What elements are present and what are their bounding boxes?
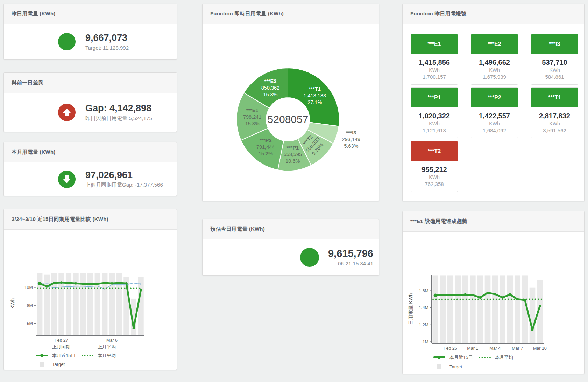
green-status-circle-icon — [300, 248, 319, 267]
legend-label: 上月同期 — [52, 344, 70, 350]
target-bar — [95, 273, 100, 335]
y-tick-label: 6M — [27, 321, 33, 326]
tile-header: ***P2 — [471, 88, 518, 107]
tile-value: 1,415,856 — [419, 58, 450, 67]
yesterday-usage-stat: 9,667,073 Target: 11,128,992 — [4, 24, 177, 59]
status-tile-green: ***P11,020,322KWh1,121,613 — [411, 87, 458, 138]
panel-compare-chart-header[interactable]: 2/24~3/10 近15日同期用電量比較 (KWh) — [4, 209, 177, 230]
legend-item-last-month[interactable]: 上月同期 — [36, 344, 82, 350]
arrow-down-circle-icon — [58, 171, 76, 188]
yesterday-usage-value: 9,667,073 — [85, 33, 129, 43]
data-point-marker — [456, 294, 459, 296]
panel-yesterday-lights-header[interactable]: Function 昨日用電燈號 — [403, 4, 584, 24]
tile-body: 2,817,832KWh3,591,562 — [531, 107, 578, 138]
compare-chart-legend: 上月同期 上月平均 本月近15日 本月平均 — [36, 342, 127, 369]
tile-body: 955,212KWh762,358 — [411, 161, 458, 192]
target-bar — [515, 275, 520, 343]
status-tile-green: ***E11,415,856KWh1,700,157 — [411, 34, 458, 85]
yesterday-lights-body: ***E11,415,856KWh1,700,157***E21,496,662… — [403, 24, 584, 201]
e1-trend-legend: 本月近15日 本月平均 Target — [433, 353, 524, 371]
tile-unit: KWh — [429, 174, 439, 180]
legend-item-this-month-avg[interactable]: 本月平均 — [82, 353, 127, 359]
legend-item-target[interactable]: Target — [36, 362, 82, 367]
tile-body: 1,020,322KWh1,121,613 — [411, 107, 458, 138]
tile-body: 1,422,557KWh1,684,092 — [471, 107, 518, 138]
tile-secondary: 1,684,092 — [483, 127, 506, 133]
panel-yesterday-usage-header[interactable]: 昨日用電量 (KWh) — [4, 4, 177, 24]
legend-item-this-month[interactable]: 本月近15日 — [36, 353, 82, 359]
panel-title: 2/24~3/10 近15日同期用電量比較 (KWh) — [12, 216, 108, 223]
legend-label: 本月近15日 — [52, 353, 75, 359]
panel-realtime-donut-header[interactable]: Function 即時日用電量 (KWh) — [203, 4, 379, 24]
data-point-marker — [434, 294, 437, 297]
tile-secondary: 762,358 — [425, 181, 444, 187]
data-point-marker — [96, 283, 99, 285]
estimate-timestamp: 06-21 15:34:41 — [328, 261, 373, 266]
panel-estimate-today-header[interactable]: 預估今日用電量 (KWh) — [203, 219, 379, 239]
tile-value: 537,710 — [542, 58, 567, 67]
data-point-marker — [442, 294, 444, 296]
data-point-marker — [531, 329, 534, 331]
tile-unit: KWh — [489, 121, 500, 126]
target-bar — [485, 275, 491, 343]
data-point-marker — [82, 283, 84, 285]
tile-body: 1,415,856KWh1,700,157 — [411, 54, 458, 84]
panel-month-usage-header[interactable]: 本月用電量 (KWh) — [4, 142, 177, 162]
realtime-donut-chart: ***T11,413,18327.1%***I3293,1495.63%***T… — [203, 24, 379, 201]
e1-trend-chart-body: 1M1.2M1.4M1.6MFeb 26Mar 1Mar 4Mar 7Mar 1… — [403, 232, 584, 374]
legend-label: 本月近15日 — [449, 354, 473, 361]
panel-e1-trend-chart: ***E1 設備用電達成趨勢 1M1.2M1.4M1.6MFeb 26Mar 1… — [402, 211, 585, 374]
data-point-marker — [501, 296, 504, 299]
x-tick-label: Mar 6 — [106, 338, 118, 343]
legend-item-this-month-avg[interactable]: 本月平均 — [479, 354, 524, 361]
panel-e1-trend-chart-header[interactable]: ***E1 設備用電達成趨勢 — [403, 211, 584, 232]
target-bar — [138, 277, 144, 335]
panel-title: ***E1 設備用電達成趨勢 — [410, 218, 467, 225]
target-bar — [447, 275, 453, 343]
x-tick-label: Mar 7 — [512, 346, 523, 351]
x-tick-label: Feb 26 — [444, 346, 457, 351]
panel-yesterday-lights: Function 昨日用電燈號 ***E11,415,856KWh1,700,1… — [402, 4, 585, 201]
estimate-today-stat: 9,615,796 06-21 15:34:41 — [203, 239, 379, 275]
green-dotted-swatch-icon — [82, 355, 93, 356]
target-bar — [462, 275, 468, 343]
data-point-marker — [118, 282, 120, 284]
panel-day-gap-header[interactable]: 與前一日差異 — [4, 73, 177, 93]
tile-header: ***T1 — [531, 88, 578, 107]
target-bar — [470, 275, 476, 343]
tile-secondary: 3,591,562 — [543, 127, 566, 133]
green-line-swatch-icon — [36, 355, 48, 356]
y-tick-label: 10M — [24, 285, 33, 290]
tile-secondary: 1,700,157 — [423, 74, 446, 80]
tile-header: ***T2 — [411, 141, 458, 161]
tile-unit: KWh — [429, 67, 439, 73]
y-tick-label: 1.6M — [419, 289, 428, 293]
legend-item-target[interactable]: Target — [433, 364, 479, 369]
tile-body: 1,496,662KWh1,675,939 — [471, 54, 518, 84]
tile-header: ***I3 — [531, 34, 578, 54]
data-point-marker — [479, 296, 481, 299]
realtime-donut-body: ***T11,413,18327.1%***I3293,1495.63%***T… — [203, 24, 379, 201]
tile-unit: KWh — [489, 67, 500, 73]
target-bar — [87, 273, 93, 335]
data-point-marker — [449, 294, 452, 296]
month-usage-subtitle: 上個月同期用電Gap: -17,377,566 — [85, 182, 163, 188]
tile-value: 955,212 — [421, 166, 447, 174]
y-tick-label: 1.4M — [419, 305, 428, 310]
data-point-marker — [68, 282, 70, 284]
y-axis-label: 日用電量 KWh — [408, 293, 413, 325]
data-point-marker — [509, 293, 511, 296]
green-status-circle-icon — [58, 33, 76, 50]
data-point-marker — [53, 282, 55, 284]
donut-slice-label: ***I3293,1495.63% — [342, 130, 360, 149]
arrow-up-circle-icon — [58, 104, 76, 121]
legend-item-last-month-avg[interactable]: 上月平均 — [82, 344, 127, 350]
data-point-marker — [494, 293, 496, 296]
target-bar — [440, 275, 446, 343]
legend-item-this-month[interactable]: 本月近15日 — [433, 354, 479, 361]
day-gap-stat: Gap: 4,142,898 昨日與前日用電量 5,524,175 — [4, 93, 177, 132]
panel-title: 預估今日用電量 (KWh) — [210, 226, 265, 232]
target-bar — [432, 275, 438, 343]
x-tick-label: Mar 4 — [489, 346, 501, 351]
gray-square-swatch-icon — [40, 362, 44, 367]
